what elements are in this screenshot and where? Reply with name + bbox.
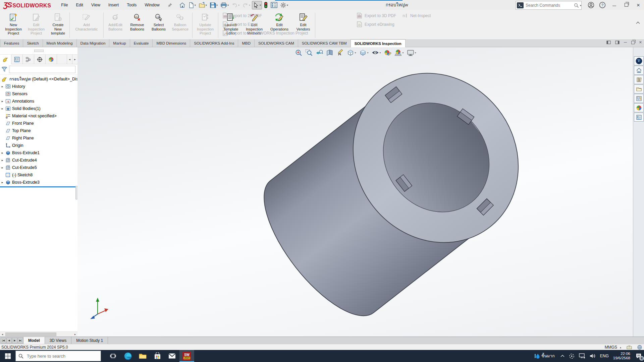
design-library-icon[interactable]: [634, 75, 644, 84]
scroll-left-icon[interactable]: ◂: [0, 333, 5, 336]
create-new-template-button[interactable]: Create New template: [48, 12, 68, 37]
solidworks-app-icon[interactable]: SW 2024: [179, 350, 194, 362]
dock-pane-left-icon[interactable]: [606, 41, 611, 44]
doc-tab-3d-views[interactable]: 3D Views: [45, 337, 71, 344]
taskbar-clock[interactable]: 22:06 19/6/2568: [613, 352, 630, 360]
document-restore-icon[interactable]: [631, 41, 635, 44]
property-manager-tab[interactable]: [11, 55, 23, 64]
tab-solidworks-cam-tbm[interactable]: SOLIDWORKS CAM TBM: [298, 39, 351, 47]
task-pane-toggle-button[interactable]: [270, 1, 278, 9]
task-pane-home-icon[interactable]: [634, 66, 644, 75]
weather-widget[interactable]: ชื้นมาก: [533, 353, 556, 359]
status-globe-icon[interactable]: [637, 345, 642, 350]
tree-filter-input[interactable]: [9, 66, 75, 73]
menu-edit[interactable]: Edit: [72, 1, 88, 9]
minimize-button[interactable]: [610, 3, 618, 8]
3dexperience-icon[interactable]: [634, 56, 644, 65]
previous-view-icon[interactable]: [315, 49, 323, 57]
view-settings-button[interactable]: ▾: [407, 49, 417, 57]
balloon-sequence-button[interactable]: 123 Balloon Sequence: [169, 12, 191, 32]
tree-root-item[interactable]: กรอบใหญ่w (Default) <<Default>_Displ: [0, 75, 77, 83]
tree-item-boss-extrude1[interactable]: ▸ Boss-Extrude1: [0, 149, 77, 157]
language-indicator[interactable]: ENG: [600, 354, 609, 358]
save-caret[interactable]: ▾: [216, 4, 218, 7]
traffic-light-icon[interactable]: [263, 1, 269, 9]
apply-scene-button[interactable]: ▾: [394, 49, 404, 57]
feature-tree-tab[interactable]: [0, 55, 11, 64]
tree-item-boss-extrude3[interactable]: ▸ Boss-Extrude3: [0, 179, 77, 186]
command-search-input[interactable]: [525, 3, 573, 8]
command-search[interactable]: ▾: [516, 1, 582, 10]
tab-data-migration[interactable]: Data Migration: [77, 39, 110, 47]
tab-sketch[interactable]: Sketch: [23, 39, 43, 47]
scrollbar-thumb[interactable]: [5, 333, 56, 336]
tree-item-material[interactable]: Material <not specified>: [0, 112, 77, 120]
open-document-caret[interactable]: ▾: [206, 4, 207, 7]
add-edit-balloons-button[interactable]: 111 Add/Edit Balloons: [105, 12, 126, 32]
tab-solidworks-add-ins[interactable]: SOLIDWORKS Add-Ins: [190, 39, 238, 47]
tab-markup[interactable]: Markup: [109, 39, 130, 47]
update-inspection-project-button[interactable]: Update Inspection Project: [194, 12, 217, 37]
tab-features[interactable]: Features: [0, 39, 23, 47]
task-view-icon[interactable]: [106, 350, 120, 362]
zoom-to-area-icon[interactable]: [305, 49, 313, 57]
section-view-icon[interactable]: [325, 49, 333, 57]
tab-evaluate[interactable]: Evaluate: [130, 39, 153, 47]
select-tool-caret[interactable]: ▾: [260, 4, 261, 7]
save-button[interactable]: ▾: [209, 1, 219, 9]
rollback-bar[interactable]: [0, 186, 77, 187]
select-tool-button[interactable]: ▾: [252, 1, 262, 9]
view-orientation-button[interactable]: ▾: [346, 49, 356, 57]
pin-menu-icon[interactable]: [168, 3, 172, 7]
tree-item-sensors[interactable]: Sensors: [0, 90, 77, 98]
view-orientation-caret[interactable]: ▾: [355, 51, 356, 54]
panel-splitter-handle[interactable]: [34, 50, 44, 52]
close-button[interactable]: ✕: [635, 3, 642, 8]
ribbon-collapse-chevron[interactable]: [636, 21, 640, 24]
scroll-right-icon[interactable]: ▸: [73, 333, 77, 336]
tab-mbd[interactable]: MBD: [238, 39, 255, 47]
tag-icon[interactable]: [627, 345, 632, 350]
options-caret[interactable]: ▾: [287, 4, 288, 7]
edge-icon[interactable]: [120, 350, 135, 362]
export-excel-button[interactable]: Export to Excel: [222, 21, 308, 28]
microsoft-store-icon[interactable]: [150, 350, 165, 362]
panel-horizontal-scrollbar[interactable]: ◂ ▸: [0, 331, 77, 337]
tab-solidworks-cam[interactable]: SOLIDWORKS CAM: [255, 39, 298, 47]
last-tab-icon[interactable]: ▶|: [18, 338, 23, 344]
screen-snip-icon[interactable]: [569, 353, 575, 359]
remove-balloons-button[interactable]: 111 Remove Balloons: [126, 12, 148, 32]
hide-show-items-caret[interactable]: ▾: [379, 51, 381, 54]
dock-pane-right-icon[interactable]: [615, 41, 620, 44]
appearances-scenes-icon[interactable]: [634, 103, 644, 112]
select-balloons-button[interactable]: 11 Select Balloons: [148, 12, 169, 32]
file-explorer-icon[interactable]: [135, 350, 150, 362]
tree-item-origin[interactable]: Origin: [0, 142, 77, 149]
print-button[interactable]: ▾: [219, 1, 230, 9]
tree-item-history[interactable]: ▸ History: [0, 83, 77, 90]
apply-scene-caret[interactable]: ▾: [402, 51, 404, 54]
menu-file[interactable]: File: [57, 1, 72, 9]
display-style-button[interactable]: ▾: [359, 49, 369, 57]
view-palette-icon[interactable]: [634, 94, 644, 103]
volume-icon[interactable]: [590, 353, 596, 359]
add-characteristic-button[interactable]: Add Characteristic: [71, 12, 102, 32]
menu-window[interactable]: Window: [141, 1, 163, 9]
tree-item-cut-extrude4[interactable]: ▸ Cut-Extrude4: [0, 157, 77, 164]
model-canvas[interactable]: [77, 47, 633, 337]
doc-tab-motion-study[interactable]: Motion Study 1: [71, 337, 108, 344]
hide-show-annotations-icon[interactable]: A: [336, 49, 344, 57]
tree-item-annotations[interactable]: ▸ A Annotations: [0, 98, 77, 105]
expand-arrow-icon[interactable]: ▸: [0, 107, 5, 110]
search-caret[interactable]: ▾: [580, 4, 581, 7]
start-button[interactable]: [0, 350, 15, 362]
restore-button[interactable]: [623, 3, 630, 8]
dim-xpert-manager-tab[interactable]: [34, 55, 46, 64]
undo-button[interactable]: ▾: [230, 1, 240, 9]
hide-show-items-button[interactable]: ▾: [371, 49, 381, 57]
doc-tab-model[interactable]: Model: [23, 337, 45, 344]
prev-tab-icon[interactable]: ◀: [6, 338, 12, 344]
tree-item-right-plane[interactable]: Right Plane: [0, 134, 77, 142]
export-3d-pdf-button[interactable]: PDF3D Export to 3D PDF: [356, 12, 396, 19]
tree-item-sketch8[interactable]: (-) Sketch8: [0, 171, 77, 179]
